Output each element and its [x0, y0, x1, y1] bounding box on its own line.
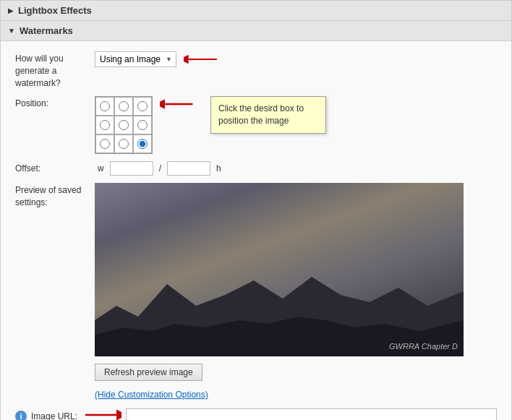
- grid-cell-6[interactable]: [95, 134, 114, 153]
- offset-label: Offset:: [15, 161, 95, 175]
- refresh-btn-wrapper: Refresh preview image: [95, 359, 464, 381]
- watermarks-collapse-arrow: ▼: [8, 27, 15, 35]
- grid-radio-2[interactable]: [137, 101, 148, 111]
- how-watermark-label: How will you generate a watermark?: [15, 51, 95, 89]
- grid-radio-1[interactable]: [119, 101, 129, 111]
- offset-h-label: h: [216, 163, 221, 173]
- watermarks-section-header[interactable]: ▼ Watermarks: [0, 21, 512, 41]
- offset-separator: /: [159, 163, 161, 173]
- refresh-preview-button[interactable]: Refresh preview image: [95, 364, 202, 381]
- watermark-type-select-wrapper: Using an Image Using Text None: [95, 51, 176, 67]
- grid-cell-0[interactable]: [95, 97, 114, 116]
- grid-radio-6[interactable]: [100, 139, 110, 149]
- position-tooltip: Click the desird box to position the ima…: [210, 96, 326, 134]
- image-url-input[interactable]: [126, 408, 497, 420]
- preview-image: GWRRA Chapter D: [95, 183, 464, 356]
- position-control: Click the desird box to position the ima…: [95, 96, 497, 154]
- preview-area: GWRRA Chapter D Refresh preview image (H…: [95, 183, 464, 400]
- position-grid-wrapper: Click the desird box to position the ima…: [95, 96, 326, 154]
- mountain-silhouette: [95, 255, 464, 356]
- how-red-arrow: [184, 51, 220, 67]
- watermarks-title: Watermarks: [20, 25, 73, 36]
- grid-radio-5[interactable]: [137, 120, 148, 130]
- offset-w-label: w: [98, 163, 104, 173]
- lightbox-section-header[interactable]: ▶ Lightbox Effects: [0, 0, 512, 21]
- grid-radio-7[interactable]: [119, 139, 129, 149]
- preview-watermark-text: GWRRA Chapter D: [389, 342, 458, 351]
- grid-cell-5[interactable]: [133, 116, 152, 134]
- image-url-label: Image URL:: [31, 411, 77, 420]
- hide-customization-link[interactable]: (Hide Customization Options): [95, 390, 208, 400]
- preview-row: Preview of saved settings: GWRRA Chapter…: [15, 183, 497, 400]
- url-red-arrow: [82, 407, 121, 420]
- position-red-arrow: [160, 96, 196, 112]
- offset-row: Offset: w 5 / 5 h: [15, 161, 497, 176]
- grid-cell-7[interactable]: [114, 134, 133, 153]
- hide-link-wrapper: (Hide Customization Options): [95, 385, 464, 400]
- image-url-row: i Image URL:: [15, 407, 497, 420]
- grid-cell-4[interactable]: [114, 116, 133, 134]
- lightbox-collapse-arrow: ▶: [8, 7, 14, 14]
- grid-cell-2[interactable]: [133, 97, 152, 116]
- info-icon: i: [15, 411, 27, 420]
- grid-radio-4[interactable]: [119, 120, 129, 130]
- watermark-type-select[interactable]: Using an Image Using Text None: [95, 51, 176, 67]
- how-watermark-control: Using an Image Using Text None: [95, 51, 497, 67]
- grid-cell-1[interactable]: [114, 97, 133, 116]
- lightbox-title: Lightbox Effects: [18, 5, 92, 16]
- offset-w-input[interactable]: 5: [110, 161, 153, 176]
- how-watermark-row: How will you generate a watermark? Using…: [15, 51, 497, 89]
- preview-label: Preview of saved settings:: [15, 183, 95, 209]
- grid-cell-8[interactable]: [133, 134, 152, 153]
- position-label: Position:: [15, 96, 95, 110]
- grid-radio-0[interactable]: [100, 101, 110, 111]
- offset-control: w 5 / 5 h: [95, 161, 497, 176]
- watermarks-body: How will you generate a watermark? Using…: [0, 41, 512, 420]
- position-row: Position:: [15, 96, 497, 154]
- offset-h-input[interactable]: 5: [167, 161, 210, 176]
- position-grid: [95, 96, 153, 154]
- grid-cell-3[interactable]: [95, 116, 114, 134]
- grid-radio-8[interactable]: [137, 139, 148, 149]
- grid-radio-3[interactable]: [100, 120, 110, 130]
